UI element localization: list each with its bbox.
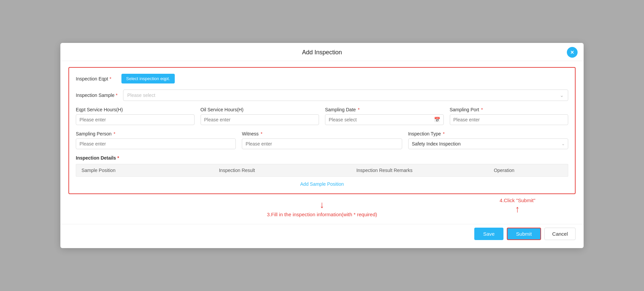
oil-service-hours-input[interactable]: [201, 114, 319, 125]
sampling-person-label: Sampling Person *: [76, 131, 236, 136]
witness-label: Witness *: [242, 131, 402, 136]
save-button[interactable]: Save: [474, 228, 503, 240]
inspection-sample-dropdown[interactable]: Please select ⌄: [123, 90, 568, 101]
col-inspection-result: Inspection Result: [219, 168, 357, 173]
modal-header: Add Inspection ×: [60, 43, 584, 61]
inspection-sample-row: Inspection Sample * Please select ⌄: [76, 90, 568, 101]
inspection-type-select-wrapper: Safety Index Inspection Other ⌄: [408, 138, 568, 149]
modal-overlay: Add Inspection × Inspection Eqpt * Selec…: [0, 0, 644, 291]
step4-text: 4.Click "Submit": [499, 197, 535, 203]
inspection-details-label: Inspection Details *: [76, 155, 568, 161]
fields-row-2: Sampling Person * Witness *: [76, 131, 568, 149]
cancel-button[interactable]: Cancel: [544, 228, 576, 240]
inspection-eqpt-row: Inspection Eqpt * Select inspection eqpt…: [76, 74, 568, 83]
eqpt-service-hours-group: Eqpt Service Hours(H): [76, 107, 195, 125]
chevron-down-icon: ⌄: [560, 93, 564, 98]
submit-button[interactable]: Submit: [507, 228, 541, 240]
witness-group: Witness *: [242, 131, 402, 149]
modal-title: Add Inspection: [302, 49, 342, 56]
sampling-port-input[interactable]: [450, 114, 569, 125]
sampling-date-group: Sampling Date * 📅: [325, 107, 444, 125]
col-sample-position: Sample Position: [82, 168, 219, 173]
sampling-date-label: Sampling Date *: [325, 107, 444, 112]
inspection-sample-placeholder: Please select: [127, 93, 560, 98]
modal-body: Inspection Eqpt * Select inspection eqpt…: [60, 61, 584, 224]
oil-service-hours-group: Oil Service Hours(H): [201, 107, 319, 125]
fields-row-1: Eqpt Service Hours(H) Oil Service Hours(…: [76, 107, 568, 125]
sampling-date-input[interactable]: [325, 114, 444, 125]
add-sample-position-button[interactable]: Add Sample Position: [76, 177, 568, 188]
inspection-type-select[interactable]: Safety Index Inspection Other: [408, 138, 568, 149]
sampling-person-group: Sampling Person *: [76, 131, 236, 149]
inspection-details-section: Inspection Details * Sample Position Ins…: [76, 155, 568, 188]
sampling-person-input[interactable]: [76, 138, 236, 149]
sampling-date-wrapper: 📅: [325, 114, 444, 125]
add-inspection-modal: Add Inspection × Inspection Eqpt * Selec…: [60, 43, 584, 248]
arrow-up-icon: ↑: [515, 205, 520, 214]
witness-input[interactable]: [242, 138, 402, 149]
col-operation: Operation: [494, 168, 562, 173]
form-box: Inspection Eqpt * Select inspection eqpt…: [68, 67, 576, 194]
col-inspection-result-remarks: Inspection Result Remarks: [356, 168, 494, 173]
step3-text: 3.Fill in the inspection information(wit…: [267, 212, 377, 217]
inspection-sample-select-wrapper[interactable]: Please select ⌄: [123, 90, 568, 101]
select-eqpt-button[interactable]: Select inspection eqpt.: [121, 74, 175, 83]
sampling-port-label: Sampling Port *: [450, 107, 569, 112]
step3-annotation: ↓ 3.Fill in the inspection information(w…: [267, 200, 377, 217]
inspection-details-table-header: Sample Position Inspection Result Inspec…: [76, 164, 568, 177]
inspection-sample-label: Inspection Sample *: [76, 93, 118, 98]
modal-footer: Save Submit Cancel: [60, 224, 584, 241]
inspection-type-label: Inspection Type *: [408, 131, 568, 136]
inspection-type-group: Inspection Type * Safety Index Inspectio…: [408, 131, 568, 149]
arrow-down-icon: ↓: [320, 200, 324, 210]
eqpt-service-hours-label: Eqpt Service Hours(H): [76, 107, 195, 112]
annotation-area: ↓ 3.Fill in the inspection information(w…: [68, 200, 576, 217]
inspection-eqpt-label: Inspection Eqpt *: [76, 76, 116, 81]
sampling-port-group: Sampling Port *: [450, 107, 569, 125]
eqpt-service-hours-input[interactable]: [76, 114, 195, 125]
step4-annotation: 4.Click "Submit" ↑: [499, 197, 535, 214]
close-button[interactable]: ×: [567, 47, 578, 58]
oil-service-hours-label: Oil Service Hours(H): [201, 107, 319, 112]
